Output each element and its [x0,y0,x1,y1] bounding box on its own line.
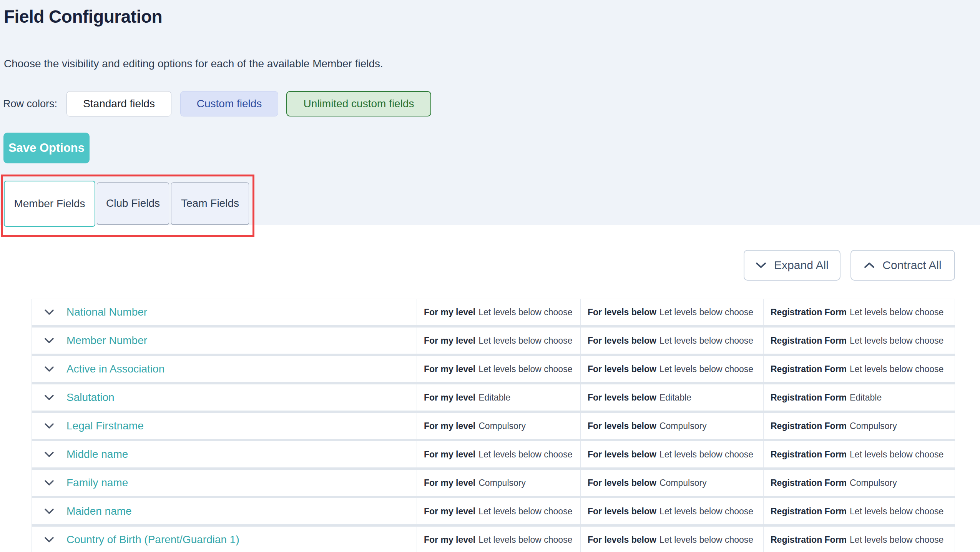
registration-form-label: Registration Form [771,336,847,346]
registration-form-cell: Registration Form Let levels below choos… [764,328,955,354]
for-my-level-value: Editable [478,392,510,403]
field-name-link[interactable]: Family name [66,477,128,489]
for-levels-below-value: Let levels below choose [659,307,753,318]
field-name-link[interactable]: Country of Birth (Parent/Guardian 1) [66,534,239,546]
chevron-down-icon[interactable] [44,451,54,457]
for-levels-below-label: For levels below [588,478,656,488]
registration-form-value: Compulsory [850,478,897,488]
chevron-down-icon[interactable] [44,309,54,315]
for-levels-below-value: Compulsory [659,421,707,431]
for-levels-below-cell: For levels below Compulsory [581,413,764,439]
registration-form-value: Let levels below choose [850,449,943,460]
legend-chip-unlimited-custom-fields: Unlimited custom fields [286,91,431,116]
save-options-button[interactable]: Save Options [3,133,90,163]
tab-member-fields[interactable]: Member Fields [4,181,95,227]
for-levels-below-cell: For levels below Let levels below choose [581,356,764,382]
registration-form-label: Registration Form [771,307,847,318]
chevron-down-icon [756,262,766,269]
registration-form-value: Let levels below choose [850,364,943,374]
for-levels-below-value: Let levels below choose [659,364,753,374]
field-row: National Number For my level Let levels … [32,299,955,325]
expand-all-label: Expand All [774,259,829,272]
contract-all-button[interactable]: Contract All [850,250,955,281]
for-levels-below-label: For levels below [588,336,656,346]
legend-chip-custom-fields: Custom fields [180,91,278,116]
for-levels-below-cell: For levels below Let levels below choose [581,498,764,524]
field-name-cell: Middle name [32,441,417,467]
field-name-link[interactable]: Member Number [66,334,147,347]
field-name-link[interactable]: National Number [66,306,147,318]
for-my-level-cell: For my level Compulsory [417,413,581,439]
chevron-down-icon[interactable] [44,423,54,429]
chevron-down-icon[interactable] [44,508,54,514]
registration-form-cell: Registration Form Compulsory [764,470,955,496]
legend-chip-standard-fields: Standard fields [66,91,171,116]
for-levels-below-label: For levels below [588,364,656,374]
field-name-cell: Maiden name [32,498,417,524]
field-table: National Number For my level Let levels … [32,299,955,552]
field-name-link[interactable]: Middle name [66,448,128,461]
field-name-cell: National Number [32,299,417,325]
field-name-link[interactable]: Active in Association [66,363,164,375]
registration-form-value: Let levels below choose [850,336,943,346]
registration-form-label: Registration Form [771,478,847,488]
row-colors-legend: Row colors: Standard fields Custom field… [3,91,431,116]
for-my-level-cell: For my level Let levels below choose [417,328,581,354]
for-my-level-label: For my level [424,336,475,346]
for-levels-below-cell: For levels below Let levels below choose [581,441,764,467]
for-my-level-cell: For my level Let levels below choose [417,498,581,524]
expand-all-button[interactable]: Expand All [744,250,840,281]
for-my-level-label: For my level [424,421,475,431]
chevron-down-icon[interactable] [44,366,54,372]
for-levels-below-value: Compulsory [659,478,707,488]
for-levels-below-cell: For levels below Let levels below choose [581,328,764,354]
tab-club-fields[interactable]: Club Fields [97,182,169,225]
for-my-level-cell: For my level Let levels below choose [417,527,581,552]
for-my-level-value: Let levels below choose [478,449,572,460]
for-levels-below-label: For levels below [588,307,656,318]
registration-form-cell: Registration Form Let levels below choos… [764,356,955,382]
for-my-level-label: For my level [424,478,475,488]
tab-label: Team Fields [181,197,239,209]
chevron-down-icon[interactable] [44,394,54,401]
registration-form-label: Registration Form [771,506,847,517]
field-row: Member Number For my level Let levels be… [32,328,955,354]
for-my-level-value: Let levels below choose [478,364,572,374]
for-my-level-label: For my level [424,364,475,374]
field-row: Family name For my level Compulsory For … [32,470,955,496]
for-my-level-label: For my level [424,449,475,460]
for-my-level-cell: For my level Let levels below choose [417,356,581,382]
for-my-level-label: For my level [424,506,475,517]
contract-all-label: Contract All [882,259,941,272]
registration-form-value: Compulsory [850,421,897,431]
for-levels-below-cell: For levels below Editable [581,384,764,411]
chevron-up-icon [864,262,875,269]
for-my-level-label: For my level [424,307,475,318]
registration-form-label: Registration Form [771,535,847,545]
field-row: Active in Association For my level Let l… [32,356,955,382]
for-my-level-label: For my level [424,535,475,545]
field-row: Salutation For my level Editable For lev… [32,384,955,411]
for-levels-below-cell: For levels below Compulsory [581,470,764,496]
tab-team-fields[interactable]: Team Fields [171,182,249,225]
field-name-link[interactable]: Legal Firstname [66,420,144,432]
field-name-cell: Family name [32,470,417,496]
page-title: Field Configuration [4,6,162,27]
chevron-down-icon[interactable] [44,338,54,344]
for-my-level-value: Let levels below choose [478,506,572,517]
for-my-level-value: Let levels below choose [478,307,572,318]
chevron-down-icon[interactable] [44,537,54,543]
field-name-link[interactable]: Salutation [66,391,115,404]
registration-form-cell: Registration Form Compulsory [764,413,955,439]
registration-form-value: Editable [850,392,882,403]
field-name-link[interactable]: Maiden name [66,505,132,517]
for-levels-below-value: Let levels below choose [659,336,753,346]
registration-form-cell: Registration Form Let levels below choos… [764,441,955,467]
chevron-down-icon[interactable] [44,480,54,486]
field-row: Country of Birth (Parent/Guardian 1) For… [32,527,955,552]
for-levels-below-label: For levels below [588,449,656,460]
for-levels-below-label: For levels below [588,535,656,545]
for-levels-below-cell: For levels below Let levels below choose [581,527,764,552]
for-my-level-cell: For my level Compulsory [417,470,581,496]
registration-form-cell: Registration Form Let levels below choos… [764,299,955,325]
